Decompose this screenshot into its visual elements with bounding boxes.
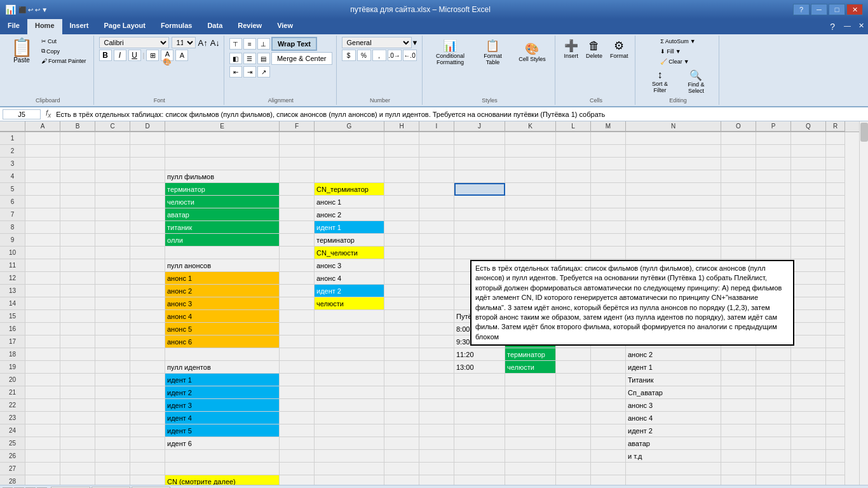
cell-r24[interactable] [826,424,845,437]
cell-f17[interactable] [280,336,315,348]
cell-b20[interactable] [60,374,95,386]
cell-h15[interactable] [384,310,419,323]
cell-r21[interactable] [826,386,845,399]
cell-c28[interactable] [95,475,130,485]
cell-a4[interactable] [25,170,60,183]
cell-b8[interactable] [60,221,95,234]
align-middle-button[interactable]: ≡ [243,38,256,50]
cell-l28[interactable] [556,475,591,485]
cell-n3[interactable] [626,158,721,170]
cell-g21[interactable] [315,386,384,399]
cell-r9[interactable] [826,234,845,247]
cell-e3[interactable] [165,158,280,170]
decrease-font-icon[interactable]: A↓ [210,38,220,48]
cell-c3[interactable] [95,158,130,170]
cell-q9[interactable] [791,234,826,247]
cell-r18[interactable] [826,348,845,361]
cell-h13[interactable] [384,285,419,297]
cell-l8[interactable] [556,221,591,234]
cell-o24[interactable] [721,424,756,437]
cell-o4[interactable] [721,170,756,183]
cell-n6[interactable] [626,196,721,208]
cell-j23[interactable] [454,412,505,424]
cell-h14[interactable] [384,297,419,310]
col-header-j[interactable]: J [454,121,505,132]
cell-o6[interactable] [721,196,756,208]
cell-c2[interactable] [95,145,130,158]
cell-c25[interactable] [95,437,130,450]
cell-o21[interactable] [721,386,756,399]
cell-d22[interactable] [130,399,165,412]
cell-b21[interactable] [60,386,95,399]
cell-h5[interactable] [384,183,419,196]
cell-g24[interactable] [315,424,384,437]
cell-h12[interactable] [384,272,419,285]
cell-d27[interactable] [130,463,165,475]
cell-k27[interactable] [505,463,556,475]
cell-h20[interactable] [384,374,419,386]
cell-a7[interactable] [25,208,60,221]
cell-q3[interactable] [791,158,826,170]
cell-f11[interactable] [280,259,315,272]
cell-m24[interactable] [591,424,626,437]
cell-b4[interactable] [60,170,95,183]
cell-n2[interactable] [626,145,721,158]
cell-n28[interactable] [626,475,721,485]
cell-k19[interactable]: челюсти [505,361,556,374]
indent-decrease-button[interactable]: ⇤ [229,66,242,78]
tab-file[interactable]: File [0,19,27,34]
cell-d4[interactable] [130,170,165,183]
cell-m1[interactable] [591,132,626,145]
cell-a9[interactable] [25,234,60,247]
cell-c9[interactable] [95,234,130,247]
cell-e7[interactable]: аватар [165,208,280,221]
cell-l5[interactable] [556,183,591,196]
cell-q8[interactable] [791,221,826,234]
help-btn[interactable]: ? [793,4,810,15]
cell-j10[interactable] [454,247,505,259]
cell-d14[interactable] [130,297,165,310]
sort-filter-button[interactable]: ↕ Sort & Filter [642,67,677,96]
cell-r19[interactable] [826,361,845,374]
cell-a3[interactable] [25,158,60,170]
insert-button[interactable]: ➕ Insert [560,37,581,61]
cell-k10[interactable] [505,247,556,259]
col-header-q[interactable]: Q [791,121,826,132]
cell-k6[interactable] [505,196,556,208]
cell-d10[interactable] [130,247,165,259]
ribbon-collapse-icon[interactable]: ✕ [855,19,868,34]
cell-r7[interactable] [826,208,845,221]
col-header-b[interactable]: B [60,121,95,132]
currency-button[interactable]: $ [342,50,356,61]
cell-k3[interactable] [505,158,556,170]
tab-home[interactable]: Home [27,19,62,34]
tab-view[interactable]: View [269,19,301,34]
cell-k1[interactable] [505,132,556,145]
cell-c1[interactable] [95,132,130,145]
cell-l6[interactable] [556,196,591,208]
cell-m10[interactable] [591,247,626,259]
cell-n21[interactable]: Сп_аватар [626,386,721,399]
cell-h21[interactable] [384,386,419,399]
cell-f15[interactable] [280,310,315,323]
cell-r22[interactable] [826,399,845,412]
cell-f24[interactable] [280,424,315,437]
cell-g10[interactable]: CN_челюсти [315,247,384,259]
cell-e1[interactable] [165,132,280,145]
cell-o19[interactable] [721,361,756,374]
cell-g17[interactable] [315,336,384,348]
cell-r10[interactable] [826,247,845,259]
tab-review[interactable]: Review [230,19,269,34]
cell-k22[interactable] [505,399,556,412]
cell-l18[interactable] [556,348,591,361]
format-table-button[interactable]: 📋 Format Table [473,37,512,67]
cell-e28[interactable]: CN (смотрите далее) [165,475,280,485]
cell-o20[interactable] [721,374,756,386]
cell-i24[interactable] [419,424,454,437]
cell-b1[interactable] [60,132,95,145]
vertical-scrollbar[interactable] [859,121,868,485]
cell-g20[interactable] [315,374,384,386]
cell-q1[interactable] [791,132,826,145]
orientation-button[interactable]: ↗ [257,66,270,78]
cell-q26[interactable] [791,450,826,463]
